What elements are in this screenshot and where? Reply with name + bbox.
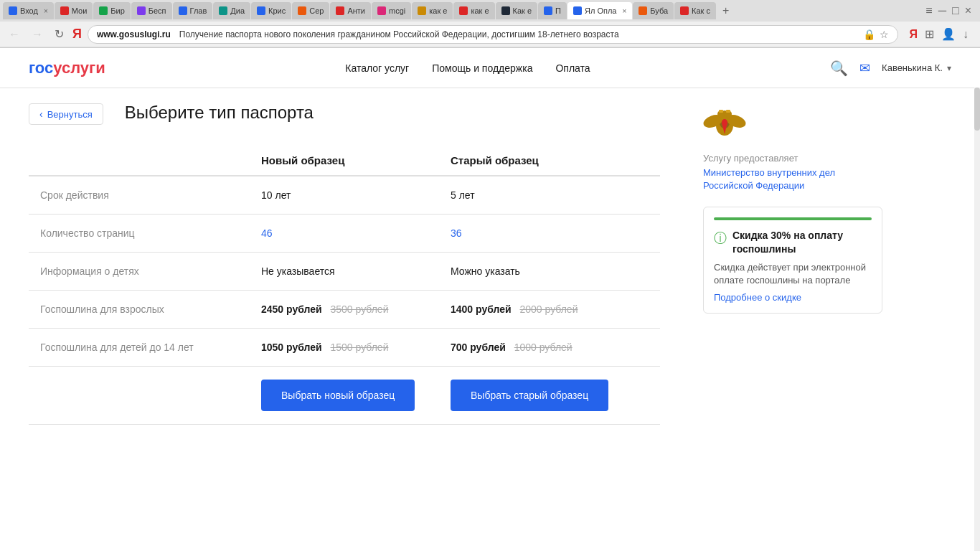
tab-label-14: П — [555, 6, 561, 15]
maximize-button[interactable]: □ — [952, 4, 959, 17]
table-row: Информация о детях Не указывается Можно … — [29, 253, 660, 291]
tab-3[interactable]: Бир — [93, 2, 130, 19]
svg-point-9 — [722, 119, 727, 126]
new-tab-button[interactable]: + — [717, 4, 735, 17]
price-new-old-5: 1500 рублей — [330, 342, 388, 353]
tab-favicon-17 — [680, 6, 689, 15]
tab-2[interactable]: Мои — [55, 2, 93, 19]
tab-label-12: как е — [471, 6, 489, 15]
tab-6[interactable]: Диа — [213, 2, 250, 19]
yandex-logo: Я — [72, 27, 82, 42]
tab-1[interactable]: Вход × — [3, 2, 54, 19]
tab-8[interactable]: Сер — [292, 2, 329, 19]
tab-7[interactable]: Крис — [251, 2, 291, 19]
close-button[interactable]: × — [965, 4, 971, 17]
site-logo[interactable]: госуслуги — [29, 59, 105, 77]
row-label-4: Госпошлина для взрослых — [40, 303, 164, 315]
tab-bar: Вход × Мои Бир Бесп Глав Диа Крис — [0, 0, 980, 22]
back-button[interactable]: ‹ Вернуться — [29, 103, 103, 125]
tab-actions: ≡ ─ □ × — [925, 4, 977, 17]
row-label-2: Количество страниц — [40, 227, 135, 239]
tab-favicon-5 — [179, 6, 187, 15]
tab-label-16: Буба — [650, 6, 668, 15]
tab-label-3: Бир — [110, 6, 124, 15]
tab-14[interactable]: П — [538, 2, 567, 19]
tab-label-11: как е — [429, 6, 447, 15]
forward-nav-button[interactable]: → — [29, 25, 46, 44]
tab-12[interactable]: как е — [453, 2, 494, 19]
svg-rect-8 — [726, 110, 730, 113]
tab-favicon-10 — [377, 6, 386, 15]
tab-label-17: Как с — [692, 6, 710, 15]
tab-5[interactable]: Глав — [173, 2, 213, 19]
extensions-icon[interactable]: ⊞ — [925, 27, 934, 41]
tab-17[interactable]: Как с — [674, 2, 716, 19]
tab-action-menu[interactable]: ≡ — [925, 4, 932, 17]
download-icon[interactable]: ↓ — [963, 28, 969, 41]
tab-favicon-14 — [544, 6, 552, 15]
yandex-browser-icon: Я — [910, 28, 918, 41]
price-old-main-5: 700 рублей — [451, 342, 506, 353]
tab-label-10: mcgi — [389, 6, 405, 15]
tab-16[interactable]: Буба — [633, 2, 674, 19]
tab-11[interactable]: как е — [412, 2, 453, 19]
mail-icon: ✉ — [859, 60, 870, 76]
price-old-main-4: 1400 рублей — [451, 303, 512, 315]
btn-choose-old[interactable]: Выбрать старый образец — [451, 380, 608, 411]
tab-favicon-1 — [9, 6, 17, 15]
tab-label-8: Сер — [309, 6, 324, 15]
buttons-row: Выбрать новый образец Выбрать старый обр… — [29, 367, 660, 425]
header-nav: Каталог услуг Помощь и поддержка Оплата — [345, 62, 590, 74]
site-header: госуслуги Каталог услуг Помощь и поддерж… — [0, 48, 980, 88]
discount-link[interactable]: Подробнее о скидке — [714, 292, 801, 303]
user-profile-icon[interactable]: 👤 — [941, 27, 956, 41]
nav-payment[interactable]: Оплата — [555, 62, 590, 74]
row-value-old-3: Можно указать — [451, 265, 520, 277]
tab-favicon-2 — [60, 6, 69, 15]
reload-button[interactable]: ↻ — [52, 24, 67, 44]
row-label-3: Информация о детях — [40, 265, 139, 277]
tab-favicon-12 — [459, 6, 468, 15]
tab-10[interactable]: mcgi — [372, 2, 411, 19]
tab-13[interactable]: Как е — [496, 2, 538, 19]
discount-title: Скидка 30% на оплату госпошлины — [732, 229, 872, 255]
scrollbar-track[interactable] — [974, 88, 980, 551]
price-old-old-4: 2000 рублей — [519, 303, 578, 315]
ministry-label: Услугу предоставляет — [703, 153, 882, 164]
search-icon[interactable]: 🔍 — [830, 60, 848, 77]
tab-label-13: Как е — [513, 6, 532, 15]
tab-close-1[interactable]: × — [44, 7, 48, 15]
address-input[interactable]: www.gosuslugi.ru Получение паспорта ново… — [88, 25, 898, 44]
row-label-5: Госпошлина для детей до 14 лет — [40, 342, 194, 353]
tab-15[interactable]: Ял Опла × — [567, 2, 632, 19]
lock-icon: 🔒 — [863, 29, 875, 40]
coat-of-arms-icon — [703, 103, 746, 146]
content-area: ‹ Вернуться Выберите тип паспорта Новый … — [0, 88, 689, 551]
browser-chrome: Вход × Мои Бир Бесп Глав Диа Крис — [0, 0, 980, 48]
user-menu[interactable]: Кавенькина К. ▾ — [882, 62, 951, 73]
tab-label-2: Мои — [72, 6, 88, 15]
tab-favicon-11 — [418, 6, 426, 15]
btn-choose-new[interactable]: Выбрать новый образец — [261, 380, 415, 411]
tab-9[interactable]: Анти — [330, 2, 371, 19]
tab-4[interactable]: Бесп — [131, 2, 172, 19]
price-new-old-4: 3500 рублей — [330, 303, 388, 315]
nav-catalog[interactable]: Каталог услуг — [345, 62, 409, 74]
minimize-button[interactable]: ─ — [938, 4, 946, 17]
ministry-link[interactable]: Министерство внутренних дел Российской Ф… — [703, 167, 835, 191]
row-value-new-1: 10 лет — [261, 189, 291, 201]
row-label-1: Срок действия — [40, 189, 109, 201]
star-icon[interactable]: ☆ — [880, 29, 889, 40]
price-new-main-4: 2450 рублей — [261, 303, 322, 315]
back-nav-button[interactable]: ← — [6, 25, 23, 44]
address-icons: 🔒 ☆ — [863, 29, 889, 40]
address-bar: ← → ↻ Я www.gosuslugi.ru Получение паспо… — [0, 22, 980, 47]
back-label: Вернуться — [47, 109, 93, 120]
tab-label-15: Ял Опла — [585, 6, 616, 15]
discount-box: ⓘ Скидка 30% на оплату госпошлины Скидка… — [703, 207, 882, 314]
tab-close-15[interactable]: × — [622, 7, 626, 15]
scrollbar-thumb[interactable] — [974, 88, 980, 131]
nav-help[interactable]: Помощь и поддержка — [432, 62, 532, 74]
tab-favicon-15 — [573, 6, 582, 15]
tab-favicon-7 — [257, 6, 265, 15]
